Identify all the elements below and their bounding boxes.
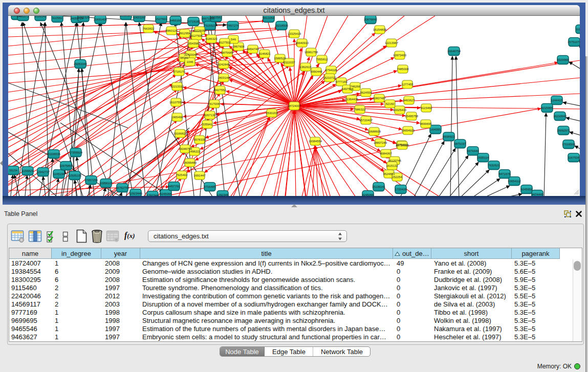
svg-text:3624554: 3624554 — [360, 91, 373, 94]
svg-text:12213310: 12213310 — [170, 85, 184, 88]
svg-text:12213967: 12213967 — [385, 41, 398, 45]
svg-text:2718170: 2718170 — [173, 70, 186, 73]
svg-text:8454749: 8454749 — [247, 48, 259, 51]
svg-text:14099489: 14099489 — [183, 161, 197, 164]
svg-text:2039140: 2039140 — [35, 16, 47, 18]
svg-text:10654112: 10654112 — [508, 180, 521, 183]
svg-text:7485008: 7485008 — [397, 68, 409, 71]
svg-text:164095: 164095 — [430, 128, 441, 131]
svg-text:19166829: 19166829 — [173, 132, 187, 135]
svg-text:8427552: 8427552 — [214, 89, 226, 92]
svg-text:8813054: 8813054 — [263, 16, 275, 19]
svg-text:9457791: 9457791 — [168, 185, 180, 188]
svg-text:39154: 39154 — [9, 169, 18, 172]
svg-text:7986322: 7986322 — [354, 108, 366, 111]
svg-text:9115460: 9115460 — [421, 106, 432, 110]
svg-text:9245066: 9245066 — [362, 193, 375, 196]
svg-text:8186323: 8186323 — [206, 37, 218, 40]
svg-text:19218506: 19218506 — [275, 24, 289, 27]
svg-text:8960124: 8960124 — [166, 29, 178, 32]
svg-text:16648754: 16648754 — [447, 50, 461, 53]
svg-text:1615132: 1615132 — [386, 164, 398, 167]
svg-text:9084067: 9084067 — [380, 152, 392, 155]
svg-text:15495758: 15495758 — [405, 115, 419, 118]
svg-text:12505135: 12505135 — [68, 174, 82, 177]
svg-text:1292344: 1292344 — [147, 194, 159, 196]
svg-text:9127508: 9127508 — [191, 34, 203, 37]
svg-text:62160: 62160 — [386, 102, 395, 105]
svg-text:16120746: 16120746 — [388, 159, 402, 162]
svg-text:2405572: 2405572 — [17, 16, 29, 18]
svg-text:9245065: 9245065 — [160, 192, 172, 195]
svg-text:16107554: 16107554 — [169, 101, 183, 104]
svg-text:9329966: 9329966 — [557, 58, 570, 61]
svg-text:16543982: 16543982 — [187, 42, 200, 45]
svg-text:1167534: 1167534 — [568, 156, 580, 159]
svg-text:10975867: 10975867 — [59, 164, 73, 167]
svg-text:6990448: 6990448 — [311, 70, 323, 73]
svg-text:17957255: 17957255 — [84, 179, 98, 182]
svg-text:53226058: 53226058 — [193, 29, 207, 32]
svg-text:1588520: 1588520 — [274, 57, 287, 60]
svg-text:9699695: 9699695 — [420, 122, 432, 125]
svg-text:10973493: 10973493 — [393, 54, 407, 57]
svg-text:546: 546 — [231, 38, 236, 41]
svg-text:8938923: 8938923 — [443, 135, 455, 138]
svg-text:535941: 535941 — [202, 123, 212, 126]
svg-text:252254: 252254 — [392, 176, 402, 179]
svg-text:10025433: 10025433 — [393, 108, 407, 112]
svg-text:18807249: 18807249 — [374, 141, 387, 144]
svg-text:19756928: 19756928 — [396, 144, 409, 147]
svg-text:7955812: 7955812 — [316, 58, 328, 61]
svg-text:910582: 910582 — [52, 16, 62, 19]
svg-text:10719185: 10719185 — [187, 20, 201, 23]
svg-text:9463627: 9463627 — [403, 99, 415, 102]
svg-text:2530203: 2530203 — [266, 112, 278, 115]
svg-text:10653267: 10653267 — [133, 16, 146, 19]
svg-text:7632621: 7632621 — [488, 164, 500, 167]
svg-text:29053346: 29053346 — [74, 62, 88, 65]
svg-text:1244415: 1244415 — [551, 99, 563, 102]
svg-text:16154808: 16154808 — [373, 28, 387, 31]
svg-text:19384554: 19384554 — [309, 140, 322, 143]
svg-text:9474444: 9474444 — [467, 149, 480, 152]
svg-text:3267130: 3267130 — [204, 114, 216, 117]
svg-text:1292345: 1292345 — [217, 193, 229, 196]
svg-text:20876842: 20876842 — [364, 18, 377, 21]
svg-text:16210722: 16210722 — [323, 76, 336, 79]
svg-text:746266: 746266 — [350, 85, 360, 88]
svg-text:2935114: 2935114 — [477, 156, 489, 159]
svg-text:16782759: 16782759 — [116, 186, 129, 189]
svg-text:6879197: 6879197 — [454, 142, 466, 145]
svg-text:8471676: 8471676 — [499, 172, 511, 176]
svg-text:21364436: 21364436 — [345, 98, 359, 101]
svg-text:10958107: 10958107 — [99, 182, 113, 185]
svg-text:7857274: 7857274 — [227, 24, 239, 27]
svg-text:7625402: 7625402 — [176, 173, 188, 177]
svg-text:5578335: 5578335 — [194, 138, 206, 141]
svg-text:1733426: 1733426 — [395, 188, 407, 191]
svg-text:1277455: 1277455 — [402, 83, 414, 86]
svg-text:9242848: 9242848 — [218, 63, 230, 66]
svg-text:98961: 98961 — [180, 56, 188, 59]
svg-text:9777169: 9777169 — [336, 80, 347, 83]
svg-text:1145194: 1145194 — [53, 172, 65, 176]
svg-text:1065326: 1065326 — [78, 16, 90, 19]
svg-text:9474445: 9474445 — [532, 193, 544, 196]
svg-text:1498222: 1498222 — [189, 150, 201, 153]
svg-text:15751074: 15751074 — [568, 40, 580, 43]
svg-text:1527601: 1527601 — [156, 17, 167, 20]
svg-text:1362615: 1362615 — [300, 65, 312, 69]
svg-text:16961758: 16961758 — [304, 51, 318, 54]
svg-text:8912954: 8912954 — [179, 32, 191, 35]
svg-text:1117205: 1117205 — [576, 28, 580, 31]
svg-text:12923446: 12923446 — [129, 192, 143, 195]
svg-text:19654923: 19654923 — [401, 129, 415, 132]
svg-text:1965498: 1965498 — [171, 116, 184, 119]
svg-text:12942737: 12942737 — [36, 170, 50, 173]
svg-text:9146821: 9146821 — [259, 52, 271, 55]
svg-text:6466160: 6466160 — [170, 19, 182, 22]
svg-text:1691447: 1691447 — [194, 174, 206, 177]
svg-text:16640910: 16640910 — [295, 41, 309, 45]
svg-text:13325419: 13325419 — [288, 32, 301, 35]
